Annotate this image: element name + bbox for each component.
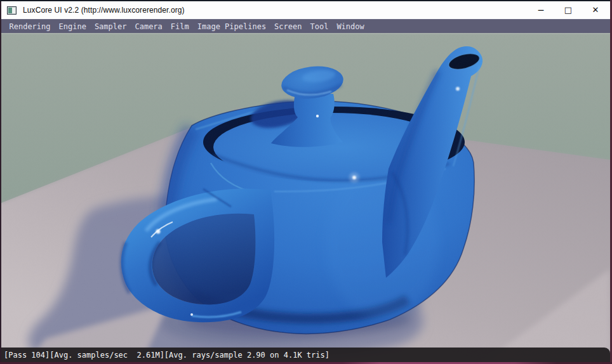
menu-engine[interactable]: Engine [55,20,90,34]
menu-rendering[interactable]: Rendering [5,20,55,34]
app-icon [7,6,17,15]
luxcore-window: LuxCore UI v2.2 (http://www.luxcorerende… [0,0,612,364]
menu-tool[interactable]: Tool [306,20,333,34]
menu-camera[interactable]: Camera [131,20,166,34]
render-stats: [Pass 104][Avg. samples/sec 2.61M][Avg. … [4,351,329,360]
menu-bar: Rendering Engine Sampler Camera Film Ima… [1,19,610,33]
teapot-render-scene [1,33,610,362]
render-canvas[interactable]: [Pass 104][Avg. samples/sec 2.61M][Avg. … [1,33,610,362]
menu-film[interactable]: Film [166,20,193,34]
menu-sampler[interactable]: Sampler [90,20,131,34]
menu-window[interactable]: Window [333,20,368,34]
minimize-button[interactable]: ─ [526,1,555,19]
window-title: LuxCore UI v2.2 (http://www.luxcorerende… [23,6,185,15]
menu-image-pipelines[interactable]: Image Pipelines [193,20,270,34]
status-bar: [Pass 104][Avg. samples/sec 2.61M][Avg. … [1,348,610,362]
title-bar[interactable]: LuxCore UI v2.2 (http://www.luxcorerende… [1,1,610,19]
close-button[interactable]: ✕ [581,1,610,19]
maximize-button[interactable]: □ [554,1,583,19]
menu-screen[interactable]: Screen [270,20,306,34]
